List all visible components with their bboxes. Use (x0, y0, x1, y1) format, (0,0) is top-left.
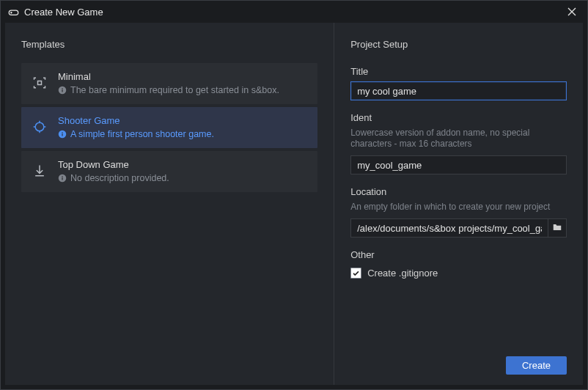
dialog-body: Templates Minimal (5, 23, 583, 385)
other-label: Other (350, 249, 567, 260)
templates-heading: Templates (21, 39, 317, 50)
template-item-minimal[interactable]: Minimal The bare minimum required to get… (21, 63, 317, 104)
title-label: Title (350, 66, 567, 77)
template-item-topdown[interactable]: Top Down Game No description provided. (21, 151, 317, 192)
browse-folder-button[interactable] (548, 218, 567, 238)
ident-input[interactable] (350, 155, 567, 174)
template-name: Top Down Game (58, 158, 309, 172)
gitignore-checkbox[interactable] (350, 268, 361, 279)
info-icon (58, 130, 67, 139)
gitignore-label: Create .gitignore (367, 268, 438, 279)
location-input[interactable] (350, 218, 548, 238)
template-item-shooter[interactable]: Shooter Game A simple first person shoot… (21, 107, 317, 148)
location-label: Location (350, 186, 567, 197)
svg-point-4 (35, 122, 44, 131)
setup-heading: Project Setup (350, 39, 567, 50)
scan-icon (30, 73, 49, 92)
create-button[interactable]: Create (506, 356, 567, 375)
ident-help: Lowercase version of addon name, no spec… (350, 128, 567, 150)
template-desc: A simple first person shooter game. (70, 129, 214, 139)
ident-label: Ident (350, 112, 567, 123)
crosshair-icon (30, 117, 49, 136)
titlebar: Create New Game (1, 1, 587, 23)
template-list: Minimal The bare minimum required to get… (21, 63, 317, 192)
template-desc: The bare minimum required to get started… (70, 85, 279, 95)
project-setup-pane: Project Setup Title Ident Lowercase vers… (334, 23, 583, 385)
svg-rect-6 (62, 133, 62, 136)
svg-rect-9 (62, 177, 62, 180)
template-name: Minimal (58, 70, 309, 84)
title-input[interactable] (350, 81, 567, 100)
folder-icon (552, 222, 562, 235)
svg-rect-7 (62, 132, 62, 133)
location-help: An empty folder in which to create your … (350, 202, 567, 213)
window-title: Create New Game (24, 7, 557, 18)
template-desc: No description provided. (70, 173, 169, 183)
info-icon (58, 174, 67, 183)
download-icon (30, 161, 49, 180)
gamepad-icon (8, 7, 19, 18)
create-game-dialog: Create New Game Templates Min (0, 0, 588, 390)
gitignore-checkbox-row[interactable]: Create .gitignore (350, 268, 567, 279)
close-button[interactable] (562, 2, 581, 21)
template-name: Shooter Game (58, 114, 309, 128)
info-icon (58, 86, 67, 95)
templates-pane: Templates Minimal (5, 23, 334, 385)
svg-rect-2 (62, 89, 62, 92)
svg-rect-3 (62, 88, 62, 89)
svg-rect-10 (62, 176, 62, 177)
